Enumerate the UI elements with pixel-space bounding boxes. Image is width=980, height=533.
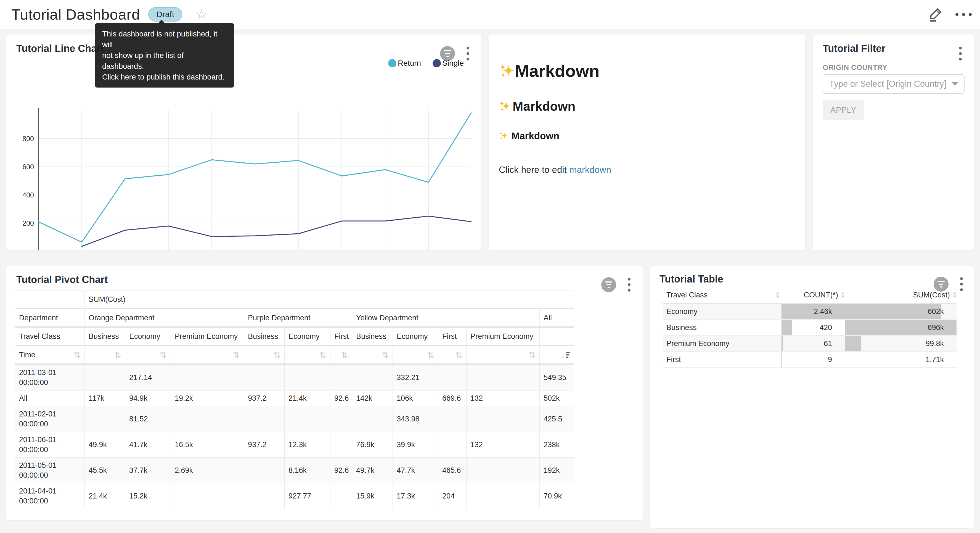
pivot-travel-class-label: Travel Class [15, 327, 85, 346]
cell-sum: 696k [845, 319, 956, 335]
sort-icon[interactable]: ⇅ [382, 351, 389, 359]
pivot-cell [244, 483, 285, 509]
pivot-sort-cell: ↓ [540, 346, 574, 364]
pivot-cell [331, 406, 352, 432]
favorite-star-icon[interactable]: ☆ [196, 8, 207, 21]
pivot-cell [85, 406, 125, 432]
panel-title: Tutorial Line Chart [16, 43, 104, 54]
chevron-down-icon [952, 82, 958, 86]
pivot-metric-header: SUM(Cost) [85, 291, 574, 309]
column-header-travel-class[interactable]: Travel Class [663, 287, 781, 303]
sort-icon[interactable]: ⇅ [341, 351, 348, 359]
pivot-cell: 39.9k [393, 432, 438, 458]
sort-icon[interactable]: ⇅ [427, 351, 434, 359]
pivot-cell [285, 406, 331, 432]
pivot-cell: 8.16k [285, 458, 331, 483]
apply-button[interactable]: APPLY [822, 100, 864, 120]
pivot-cell [331, 483, 352, 509]
sort-icon[interactable]: ⇅ [114, 351, 121, 359]
pivot-row: All117k94.9k19.2k937.221.4k92.6142k106k6… [15, 391, 574, 406]
pivot-cell [438, 406, 466, 432]
cell-sum: 1.71k [845, 351, 956, 367]
pivot-class-header: Economy [285, 327, 331, 346]
pivot-class-header: Business [244, 327, 285, 346]
cell-count: 61 [781, 335, 845, 351]
panel-tutorial-pivot-chart: Tutorial Pivot Chart SUM(Cost)Department… [6, 266, 643, 520]
pivot-class-header: Economy [393, 327, 438, 346]
pivot-class-header: First [331, 327, 352, 346]
legend-item-single[interactable]: Single [433, 59, 464, 68]
markdown-link[interactable]: markdown [569, 164, 611, 175]
sort-icon[interactable]: ⇅ [160, 351, 167, 359]
pivot-cell: 549.35 [540, 364, 574, 391]
series-single[interactable] [82, 216, 471, 247]
pivot-cell: 937.2 [244, 391, 285, 406]
sort-icon[interactable]: ⇅ [233, 351, 240, 359]
legend-item-return[interactable]: Return [388, 59, 421, 68]
pivot-time-header: Time⇅ [15, 346, 85, 364]
sort-icon-active[interactable]: ↓ [561, 350, 570, 359]
chart-options-menu[interactable] [959, 276, 964, 292]
sort-caret-icon [776, 292, 780, 298]
pivot-cell: 37.7k [125, 458, 171, 483]
markdown-h2: Markdown [499, 99, 797, 114]
column-header-count[interactable]: COUNT(*) [781, 287, 845, 303]
more-options-button[interactable] [955, 13, 972, 16]
chart-options-menu[interactable] [465, 46, 470, 62]
pivot-cell: 343.98 [393, 406, 438, 432]
chart-options-menu[interactable] [627, 277, 632, 293]
svg-text:600: 600 [22, 163, 34, 171]
pivot-cell: 81.52 [125, 406, 171, 432]
cell-sum: 99.8k [845, 335, 956, 351]
chart-options-menu[interactable] [958, 46, 963, 62]
sort-icon[interactable]: ⇅ [455, 351, 462, 359]
pivot-department-label: Department [15, 309, 85, 327]
pivot-cell [352, 364, 393, 391]
pivot-cell [285, 364, 331, 391]
markdown-paragraph: Click here to edit markdown [499, 164, 797, 175]
pivot-cell: 502k [540, 391, 574, 406]
pivot-cell [244, 458, 285, 483]
sort-icon[interactable]: ⇅ [274, 351, 280, 359]
pivot-cell: 41.7k [125, 432, 171, 458]
pivot-cell [438, 432, 466, 458]
line-chart[interactable]: 200400600800FebruaryMarchAprilMayJuneJul… [16, 104, 471, 250]
origin-country-select[interactable]: Type or Select [Origin Country] [822, 74, 964, 94]
pivot-cell: 927.77 [285, 483, 331, 509]
pivot-group-header: All [540, 309, 574, 327]
pivot-cell: 12.3k [285, 432, 331, 458]
pivot-cell: 17.3k [393, 483, 438, 509]
line-chart-legend: ReturnSingle [388, 59, 464, 68]
pivot-cell: 21.4k [85, 483, 125, 509]
column-header-sum[interactable]: SUM(Cost) [845, 287, 956, 303]
filter-indicator-icon[interactable] [601, 277, 616, 292]
draft-status-badge[interactable]: Draft [148, 7, 182, 22]
pivot-table: SUM(Cost)DepartmentOrange DepartmentPurp… [15, 290, 574, 509]
pivot-cell: 117k [85, 391, 125, 406]
pivot-cell: 76.9k [352, 432, 393, 458]
table-row: Economy2.46k602k [663, 303, 956, 319]
pivot-cell: 217.14 [125, 364, 171, 391]
pivot-cell [244, 406, 285, 432]
pivot-cell: 132 [466, 391, 540, 406]
panel-markdown: Markdown Markdown Markdown Click here to… [489, 35, 805, 250]
pivot-cell [171, 364, 244, 391]
panel-tutorial-table: Tutorial Table Travel ClassCOUNT(*)SUM(C… [650, 266, 974, 528]
sort-caret-icon [841, 292, 845, 298]
sort-icon[interactable]: ⇅ [74, 350, 81, 360]
sort-icon[interactable]: ⇅ [529, 351, 536, 359]
pivot-row-header: 2011-02-0100:00:00 [15, 406, 85, 432]
sparkles-icon [499, 131, 508, 140]
pivot-sort-cell: ⇅ [85, 346, 125, 364]
pivot-class-header: Economy [125, 327, 171, 346]
pivot-cell [438, 364, 466, 391]
pivot-row-header: 2011-05-0100:00:00 [15, 458, 85, 483]
pivot-cell [85, 364, 125, 391]
pencil-icon [928, 7, 943, 22]
edit-dashboard-button[interactable] [928, 7, 943, 22]
pivot-cell: 49.7k [352, 458, 393, 483]
pivot-cell: 45.5k [85, 458, 125, 483]
pivot-cell [331, 432, 352, 458]
pivot-cell [466, 483, 540, 509]
sort-icon[interactable]: ⇅ [320, 351, 326, 359]
